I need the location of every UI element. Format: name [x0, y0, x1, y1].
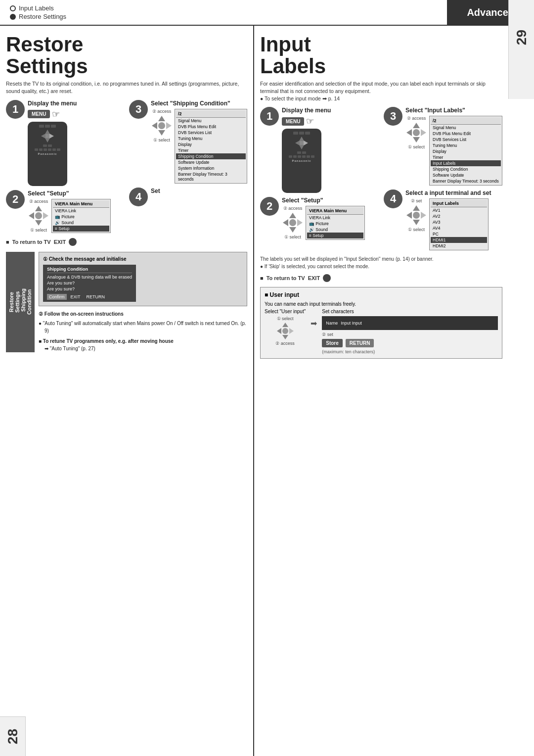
restore-step1-label: Display the menu [28, 100, 77, 107]
input-step4-nav-icons: ② set ① select [405, 198, 427, 232]
input-step4-label: Select a input terminal and set [405, 189, 491, 196]
input-input-label: Input Input [341, 321, 362, 326]
input-step4-nav: ② set ① select [405, 198, 491, 250]
input-step3-select: ① select [408, 144, 425, 149]
ir-dpad-small [295, 136, 309, 150]
restore-step4: 4 Set [129, 188, 247, 206]
input-step1: 1 Display the menu MENU ☞ [260, 107, 379, 193]
input-step4-set: ② set [411, 198, 422, 203]
restore-steps-right: 3 Select "Shipping Condition" ② access [129, 100, 247, 233]
restore-sm-title: /2 [176, 110, 246, 118]
input-title-text: Input Labels [260, 34, 502, 77]
input-step1-content: Display the menu MENU ☞ [282, 107, 331, 193]
header-left: Input Labels Restore Settings [0, 4, 447, 20]
restore-follow-instructions: ② Follow the on-screen instructions ● "A… [39, 310, 247, 352]
input-step2-content: Select "Setup" ② access [282, 197, 365, 240]
restore-nav-select-label: ① select [30, 228, 47, 233]
input-title: Input Labels [260, 34, 502, 77]
restore-step2-label: Select "Setup" [28, 190, 111, 197]
restore-check-title: ① Check the message and initialise [43, 256, 243, 262]
input-mm-picture: 📺 Picture [307, 221, 363, 227]
input-remote-small: Panasonic [282, 129, 321, 193]
restore-title-text: Restore Settings [6, 34, 247, 77]
restore-follow-item1: ● "Auto Tuning" will automatically start… [39, 320, 247, 334]
input-return-btn: RETURN [346, 339, 374, 347]
input-step2-access: ② access [283, 206, 303, 211]
page-number-28: 28 [5, 729, 21, 744]
input-user-steps: Select "User input" ① select ② access [265, 309, 498, 354]
restore-mm-setup: ≡ Setup [53, 226, 109, 232]
input-step3: 3 Select "Input Labels" ② access [384, 107, 502, 186]
restore-hand-icon: ☞ [52, 109, 60, 120]
restore-dpad-step2 [28, 205, 49, 227]
input-sm-dvbsvc: DVB Services List [431, 137, 501, 142]
input-steps-right: 3 Select "Input Labels" ② access [384, 107, 502, 250]
restore-mm-viera-link: VIERA Link [53, 208, 109, 214]
input-name-display: Name Input Input [322, 316, 498, 330]
input-lm-hdmi2: HDMI2 [431, 243, 487, 249]
restore-shipping-dialog-title: Shipping Condition [47, 267, 132, 273]
input-lm-av2: AV2 [431, 213, 487, 219]
input-lm-av1: AV1 [431, 207, 487, 213]
input-user-nav-icons: ① select ② access [265, 316, 306, 346]
restore-check-content: Shipping Condition Analogue & DVB tuning… [43, 265, 243, 302]
input-desc1: For easier identification and selection … [260, 80, 502, 88]
input-sm-dvbplus: DVB Plus Menu Edit [431, 131, 501, 137]
input-displayed-note: The labels you set will be displayed in … [260, 255, 502, 263]
header-restore-settings-label: Restore Settings [19, 13, 66, 20]
restore-mm-title: VIERA Main Menu [53, 200, 109, 208]
restore-return-label: ■ [6, 239, 9, 245]
restore-step2-content: Select "Setup" ② access [28, 190, 111, 233]
input-store-btn: Store [322, 339, 343, 347]
restore-follow-item2: ■ To retune TV programmes only, e.g. aft… [39, 337, 247, 345]
input-step3-access: ② access [407, 116, 426, 121]
restore-step2-nav: ② access ① select [28, 199, 111, 233]
input-step2-num: 2 [260, 197, 279, 216]
input-step4-num: 4 [384, 189, 402, 208]
header-input-labels-label: Input Labels [19, 4, 54, 12]
input-user-access-label: ② access [275, 341, 295, 346]
input-menu-btn: MENU [282, 117, 304, 126]
input-dpad-step2 [282, 212, 304, 234]
restore-sm-display: Display [176, 142, 246, 147]
restore-step1-btn-area: MENU ☞ [28, 109, 77, 120]
restore-step4-num: 4 [129, 188, 148, 206]
page-number-28-box: 28 [0, 716, 26, 756]
input-sm-title: /2 [431, 117, 501, 125]
restore-dpad-step3 [151, 115, 173, 137]
input-dpad-step4 [405, 204, 427, 226]
restore-dialog-btns: Confirm EXIT RETURN [47, 294, 132, 300]
input-description: For easier identification and selection … [260, 80, 502, 102]
input-step1-btn-area: MENU ☞ [282, 116, 331, 127]
restore-are-you-sure1: Are you sure? [47, 280, 132, 286]
restore-sm-timer: Timer [176, 147, 246, 153]
restore-sm-signal: Signal Menu [176, 118, 246, 124]
restore-sm-dvbplus: DVB Plus Menu Edit [176, 124, 246, 130]
input-step4-content: Select a input terminal and set ② set [405, 189, 491, 250]
restore-confirm-dialog: Shipping Condition Analogue & DVB tuning… [43, 265, 136, 302]
input-sm-timer: Timer [431, 154, 501, 160]
restore-step3-access: ② access [152, 109, 172, 114]
restore-main-menu: VIERA Main Menu VIERA Link 📺 Picture 🔊 S… [51, 199, 111, 233]
input-skip-note: ● If 'Skip' is selected, you cannot sele… [260, 263, 502, 270]
input-lm-av3: AV3 [431, 219, 487, 225]
input-select-user-input: Select "User input" ① select ② access [265, 309, 306, 346]
restore-sidebar-labels: Restore Settings Shipping Condition [6, 252, 35, 352]
input-return-tv: ■ To return to TV EXIT [260, 274, 502, 282]
restore-step3-content: Select "Shipping Condition" ② access [151, 100, 247, 184]
r-num-btns [35, 148, 60, 151]
restore-sm-sysinfo: System Information [176, 165, 246, 171]
input-mm-viera-link: VIERA Link [307, 215, 363, 221]
restore-sm-shipping: Shipping Condition [176, 153, 246, 159]
input-steps-left: 1 Display the menu MENU ☞ [260, 107, 379, 250]
restore-step1: 1 Display the menu MENU ☞ [6, 100, 124, 186]
input-mm-sound: 🔊 Sound [307, 227, 363, 233]
input-remote-brand: Panasonic [292, 159, 311, 162]
input-set-chars-area: Set characters Name Input Input ② set St… [322, 309, 498, 354]
main-content: Restore Settings Resets the TV to its or… [0, 26, 508, 756]
input-user-input-section: ■ User input You can name each input ter… [260, 287, 502, 359]
restore-step3-num: 3 [129, 100, 148, 119]
restore-step3-nav: ② access ① select [151, 109, 247, 184]
input-sm-signal: Signal Menu [431, 125, 501, 131]
restore-title: Restore Settings [6, 34, 247, 77]
